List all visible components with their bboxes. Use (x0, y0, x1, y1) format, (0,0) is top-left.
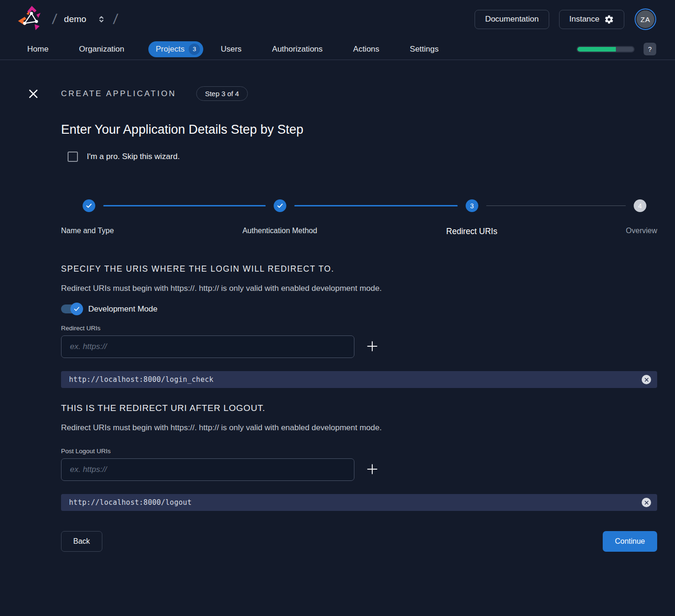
step-label-authentication-method: Authentication Method (242, 227, 317, 235)
nav-item-projects-label: Projects (156, 45, 184, 54)
projects-count-badge: 3 (189, 44, 200, 55)
wizard-main: CREATE APPLICATION Step 3 of 4 Enter You… (0, 86, 675, 552)
remove-redirect-uri-icon[interactable] (642, 375, 651, 384)
redirect-uri-input-row (61, 335, 657, 358)
step-label-overview: Overview (626, 227, 657, 235)
logout-section-description: Redirect URIs must begin with https://. … (61, 423, 657, 433)
continue-button[interactable]: Continue (603, 531, 657, 552)
redirect-uris-field-label: Redirect URIs (61, 325, 657, 332)
wizard-title: CREATE APPLICATION (61, 89, 176, 99)
step-4-upcoming-circle: 4 (634, 199, 646, 212)
nav-item-organization[interactable]: Organization (72, 42, 130, 56)
dev-mode-row: Development Mode (61, 304, 657, 314)
instance-button[interactable]: Instance (559, 10, 624, 29)
post-logout-uris-field-label: Post Logout URIs (61, 448, 657, 455)
step-label-name-and-type: Name and Type (61, 227, 114, 235)
step-2-done-circle (274, 199, 286, 212)
org-switcher[interactable]: demo (64, 14, 106, 24)
top-header: / demo / Documentation Instance ZA (0, 0, 675, 38)
breadcrumb-slash: / (52, 11, 58, 27)
step-indicator-pill: Step 3 of 4 (196, 86, 248, 101)
close-icon[interactable] (27, 88, 39, 100)
skip-wizard-label: I'm a pro. Skip this wizard. (87, 152, 180, 161)
main-nav: Home Organization Projects 3 Users Autho… (0, 38, 675, 60)
post-logout-uri-row: http://localhost:8000/logout (61, 494, 657, 511)
gear-icon (604, 15, 614, 24)
wizard-actions: Back Continue (61, 531, 657, 552)
redirect-section-description: Redirect URIs must begin with https://. … (61, 284, 657, 293)
user-avatar[interactable]: ZA (635, 8, 656, 30)
step-connector-2 (294, 205, 458, 206)
avatar-initials: ZA (640, 15, 650, 23)
nav-item-users[interactable]: Users (214, 42, 248, 56)
dev-mode-label: Development Mode (88, 304, 157, 314)
nav-item-authorizations[interactable]: Authorizations (266, 42, 330, 56)
post-logout-uri-input[interactable] (61, 458, 354, 481)
org-name: demo (64, 14, 86, 24)
step-3-active-circle: 3 (466, 199, 478, 212)
unfold-more-icon (97, 15, 106, 24)
step-4-number: 4 (638, 202, 642, 210)
redirect-uri-value: http://localhost:8000/login_check (69, 375, 642, 384)
help-button[interactable]: ? (644, 43, 656, 55)
skip-wizard-row: I'm a pro. Skip this wizard. (68, 152, 657, 162)
nav-item-actions[interactable]: Actions (346, 42, 386, 56)
wizard-content: Enter Your Application Details Step by S… (61, 122, 657, 552)
add-redirect-uri-icon[interactable] (365, 339, 380, 354)
back-button[interactable]: Back (61, 531, 102, 552)
wizard-stepper: 3 4 Name and Type Authentication Method … (61, 199, 657, 242)
logout-section-title: THIS IS THE REDIRECT URI AFTER LOGOUT. (61, 403, 657, 413)
redirect-uri-row: http://localhost:8000/login_check (61, 371, 657, 388)
zitadel-logo-icon[interactable] (18, 6, 45, 33)
breadcrumb-slash: / (112, 11, 118, 27)
redirect-section-title: SPECIFY THE URIS WHERE THE LOGIN WILL RE… (61, 264, 657, 274)
check-icon (276, 202, 284, 209)
create-application-page: / demo / Documentation Instance ZA Home … (0, 0, 675, 616)
remove-post-logout-uri-icon[interactable] (642, 498, 651, 507)
check-icon (85, 202, 92, 209)
add-post-logout-uri-icon[interactable] (365, 462, 380, 477)
toggle-thumb-check-icon (70, 303, 83, 315)
post-logout-uri-value: http://localhost:8000/logout (69, 498, 642, 507)
redirect-uri-input[interactable] (61, 335, 354, 358)
step-3-number: 3 (470, 202, 474, 210)
nav-item-home[interactable]: Home (21, 42, 55, 56)
step-connector-1 (103, 205, 266, 206)
documentation-button-label: Documentation (485, 15, 538, 24)
step-1-done-circle (83, 199, 95, 212)
page-title: Enter Your Application Details Step by S… (61, 122, 657, 137)
wizard-header: CREATE APPLICATION Step 3 of 4 (27, 86, 657, 101)
nav-item-settings[interactable]: Settings (403, 42, 445, 56)
instance-button-label: Instance (569, 15, 599, 24)
step-label-redirect-uris: Redirect URIs (446, 227, 498, 236)
skip-wizard-checkbox[interactable] (68, 152, 78, 162)
dev-mode-toggle[interactable] (61, 304, 83, 314)
quota-progress-bar (576, 46, 635, 53)
quota-progress-fill (577, 47, 616, 52)
nav-item-projects[interactable]: Projects 3 (148, 41, 203, 57)
documentation-button[interactable]: Documentation (475, 10, 549, 29)
step-connector-3 (486, 205, 626, 206)
post-logout-uri-input-row (61, 458, 657, 481)
